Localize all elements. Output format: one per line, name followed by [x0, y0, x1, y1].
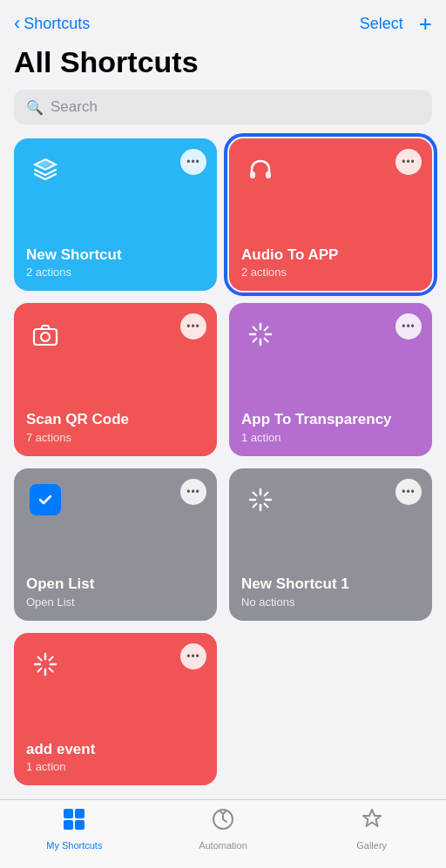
add-button[interactable]: +	[419, 12, 432, 35]
back-label: Shortcuts	[24, 15, 90, 33]
card-icon-add-event	[26, 645, 64, 683]
card-menu-new-shortcut[interactable]: •••	[180, 149, 206, 175]
svg-line-10	[265, 327, 268, 331]
card-menu-scan-qr-code[interactable]: •••	[180, 313, 206, 340]
svg-line-26	[50, 656, 53, 660]
svg-rect-1	[266, 172, 271, 178]
card-title-new-shortcut: New Shortcut	[26, 246, 205, 264]
page-title: All Shortcuts	[0, 42, 446, 90]
card-new-shortcut-1[interactable]: •••New Shortcut 1No actions	[229, 468, 432, 621]
card-menu-audio-to-app[interactable]: •••	[395, 149, 422, 175]
card-audio-to-app[interactable]: •••Audio To APP2 actions	[229, 138, 432, 291]
svg-line-16	[253, 492, 257, 495]
card-title-open-list: Open List	[26, 575, 205, 593]
svg-line-27	[38, 668, 42, 671]
tab-label-my-shortcuts: My Shortcuts	[46, 840, 102, 851]
card-open-list[interactable]: •••Open ListOpen List	[14, 468, 217, 621]
card-icon-open-list	[26, 481, 64, 519]
card-icon-app-to-transparency	[241, 315, 280, 353]
svg-line-17	[265, 503, 268, 507]
ellipsis-icon: •••	[186, 650, 200, 663]
svg-point-3	[41, 333, 50, 341]
back-chevron-icon: ‹	[14, 14, 20, 33]
tab-label-automation: Automation	[199, 840, 247, 851]
svg-line-25	[50, 668, 53, 671]
svg-line-9	[265, 339, 268, 342]
svg-rect-31	[75, 820, 84, 830]
tab-icon-my-shortcuts	[62, 807, 86, 838]
card-icon-new-shortcut	[26, 151, 64, 189]
ellipsis-icon: •••	[402, 486, 416, 498]
card-menu-app-to-transparency[interactable]: •••	[395, 313, 422, 340]
select-button[interactable]: Select	[360, 15, 403, 33]
card-subtitle-app-to-transparency: 1 action	[241, 431, 420, 444]
search-bar[interactable]: 🔍 Search	[14, 90, 432, 124]
svg-rect-29	[75, 809, 84, 818]
back-button[interactable]: ‹ Shortcuts	[14, 14, 90, 33]
tab-icon-gallery	[360, 807, 384, 838]
card-menu-add-event[interactable]: •••	[180, 643, 206, 670]
card-app-to-transparency[interactable]: •••App To Transparency1 action	[229, 303, 432, 455]
svg-line-11	[253, 339, 257, 342]
card-new-shortcut[interactable]: •••New Shortcut2 actions	[14, 138, 217, 291]
card-subtitle-scan-qr-code: 7 actions	[26, 431, 205, 444]
card-icon-scan-qr-code	[26, 315, 64, 353]
svg-rect-0	[250, 172, 255, 178]
tab-icon-automation	[211, 807, 235, 838]
card-subtitle-new-shortcut: 2 actions	[26, 266, 205, 279]
svg-rect-30	[64, 820, 73, 830]
tab-automation[interactable]: Automation	[188, 807, 258, 851]
card-title-add-event: add event	[26, 741, 205, 758]
card-title-new-shortcut-1: New Shortcut 1	[241, 575, 420, 593]
tab-label-gallery: Gallery	[356, 840, 387, 851]
search-placeholder: Search	[51, 98, 98, 116]
card-title-audio-to-app: Audio To APP	[241, 246, 420, 264]
svg-rect-28	[64, 809, 73, 818]
tab-gallery[interactable]: Gallery	[337, 807, 407, 851]
card-title-scan-qr-code: Scan QR Code	[26, 411, 205, 428]
card-menu-open-list[interactable]: •••	[180, 479, 206, 505]
card-subtitle-open-list: Open List	[26, 595, 205, 609]
ellipsis-icon: •••	[186, 320, 200, 333]
card-subtitle-add-event: 1 action	[26, 760, 205, 773]
tab-my-shortcuts[interactable]: My Shortcuts	[39, 807, 109, 851]
svg-line-19	[253, 503, 257, 507]
card-title-app-to-transparency: App To Transparency	[241, 411, 420, 428]
svg-line-8	[253, 327, 257, 331]
shortcuts-grid: •••New Shortcut2 actions •••Audio To APP…	[0, 138, 446, 785]
card-subtitle-audio-to-app: 2 actions	[241, 266, 420, 279]
svg-rect-2	[34, 329, 57, 345]
search-icon: 🔍	[26, 99, 44, 116]
ellipsis-icon: •••	[186, 486, 200, 498]
nav-actions: Select +	[360, 12, 432, 35]
ellipsis-icon: •••	[402, 320, 416, 333]
svg-line-18	[265, 492, 268, 495]
svg-line-24	[38, 656, 42, 660]
card-add-event[interactable]: •••add event1 action	[14, 633, 217, 785]
nav-bar: ‹ Shortcuts Select +	[0, 0, 446, 42]
tab-bar: My Shortcuts Automation Gallery	[0, 799, 446, 868]
card-icon-new-shortcut-1	[241, 481, 280, 519]
card-scan-qr-code[interactable]: •••Scan QR Code7 actions	[14, 303, 217, 455]
ellipsis-icon: •••	[402, 156, 416, 168]
card-menu-new-shortcut-1[interactable]: •••	[395, 479, 422, 505]
ellipsis-icon: •••	[186, 156, 200, 168]
card-icon-audio-to-app	[241, 151, 280, 189]
card-subtitle-new-shortcut-1: No actions	[241, 595, 420, 609]
